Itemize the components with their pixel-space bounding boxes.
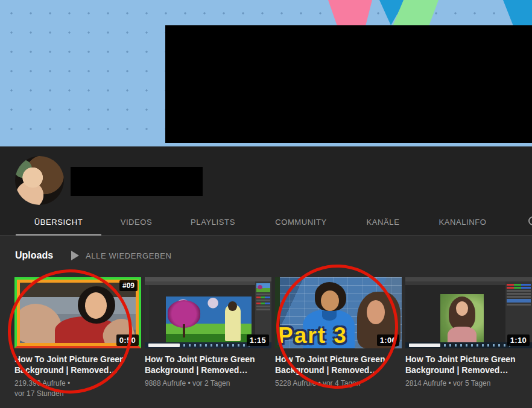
photoshop-panels	[505, 281, 532, 342]
video-title[interactable]: How To Joint Picture Green Background | …	[275, 354, 399, 375]
duration-badge: 1:06	[377, 334, 399, 346]
channel-banner	[0, 0, 532, 146]
banner-shape-blue-right	[503, 0, 532, 26]
taskbar-icons	[444, 344, 510, 347]
tab-kanalinfo[interactable]: KANALINFO	[439, 218, 486, 227]
play-all-label: ALLE WIEDERGEBEN	[86, 251, 172, 260]
channel-avatar[interactable]	[15, 156, 64, 205]
video-metadata: 9888 Aufrufe • vor 2 Tagen	[145, 378, 271, 389]
play-icon	[71, 251, 79, 260]
video-card: #09 0:50 How To Joint Picture Green Back…	[14, 277, 141, 399]
channel-tab-bar: ÜBERSICHT VIDEOS PLAYLISTS COMMUNITY KAN…	[0, 208, 532, 236]
video-title[interactable]: How To Joint Picture Green Background | …	[145, 354, 269, 375]
video-card: 1:15 How To Joint Picture Green Backgrou…	[145, 277, 271, 389]
play-all-link[interactable]: ALLE WIEDERGEBEN	[71, 251, 172, 260]
search-icon[interactable]	[528, 216, 532, 225]
video-metadata: 2814 Aufrufe • vor 5 Tagen	[405, 378, 532, 389]
duration-badge: 0:50	[116, 334, 139, 346]
video-card: 1:10 How To Joint Picture Green Backgrou…	[405, 277, 532, 389]
photoshop-menubar	[405, 277, 532, 281]
duration-badge: 1:15	[247, 334, 269, 346]
canvas-image	[440, 294, 484, 347]
video-thumbnail[interactable]: Part 3 1:06	[275, 277, 402, 348]
tab-kanaele[interactable]: KANÄLE	[367, 218, 400, 227]
video-metadata: 5228 Aufrufe • vor 4 Tagen	[275, 378, 402, 389]
redacted-banner-block	[165, 25, 532, 143]
redacted-channel-name	[71, 167, 203, 196]
photoshop-menubar	[145, 277, 271, 281]
taskbar-icons	[183, 344, 250, 347]
uploads-heading: Uploads	[15, 250, 53, 261]
episode-badge: #09	[119, 280, 138, 291]
duration-badge: 1:10	[507, 334, 530, 346]
youtube-channel-page: ÜBERSICHT VIDEOS PLAYLISTS COMMUNITY KAN…	[0, 0, 532, 408]
photoshop-panels	[255, 281, 271, 342]
tab-uebersicht[interactable]: ÜBERSICHT	[34, 218, 83, 227]
tab-community[interactable]: COMMUNITY	[275, 218, 327, 227]
banner-shape-pink	[323, 0, 373, 26]
tab-playlists[interactable]: PLAYLISTS	[191, 218, 235, 227]
video-card: Part 3 1:06 How To Joint Picture Green B…	[275, 277, 402, 389]
photoshop-canvas	[149, 285, 255, 342]
video-title[interactable]: How To Joint Picture Green Background | …	[14, 354, 139, 375]
taskbar-search-box	[148, 344, 180, 347]
canvas-image	[166, 297, 252, 343]
video-thumbnail[interactable]: #09 0:50	[14, 277, 141, 348]
video-title[interactable]: How To Joint Picture Green Background | …	[405, 354, 530, 375]
photoshop-toolbar	[145, 285, 149, 342]
channel-header: ÜBERSICHT VIDEOS PLAYLISTS COMMUNITY KAN…	[0, 146, 532, 236]
video-metadata: 219.390 Aufrufe • vor 17 Stunden	[14, 378, 141, 399]
video-thumbnail[interactable]: 1:10	[405, 277, 532, 348]
thumbnail-overlay-text: Part 3	[278, 323, 347, 348]
taskbar-search-box	[409, 344, 440, 347]
photoshop-canvas	[409, 285, 505, 342]
uploads-shelf-header: Uploads ALLE WIEDERGEBEN	[0, 236, 532, 277]
video-thumbnail[interactable]: 1:15	[145, 277, 271, 348]
tab-videos[interactable]: VIDEOS	[121, 218, 153, 227]
